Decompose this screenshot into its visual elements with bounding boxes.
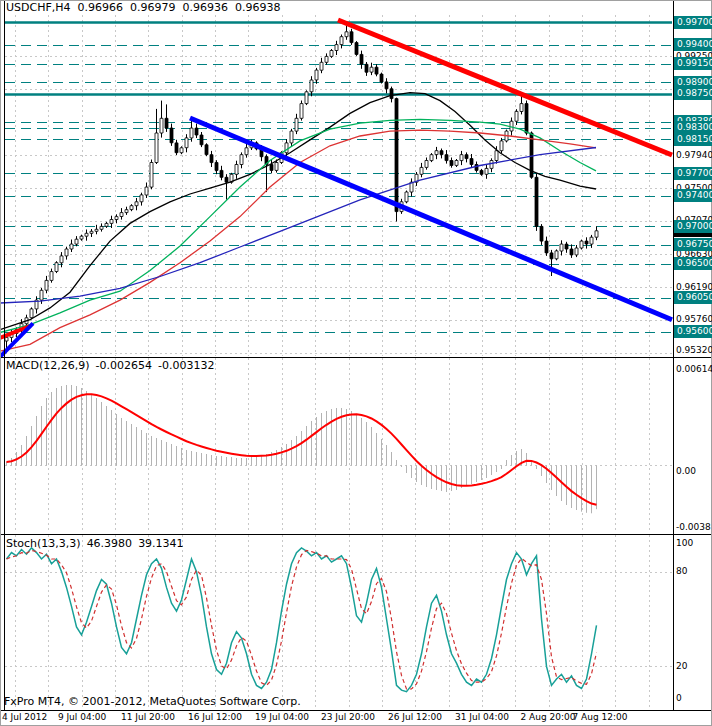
stoch-k-value: 46.3980 [87,537,133,550]
price-level-badge: 0.97400 [674,189,712,202]
time-axis-label: 26 Jul 12:00 [388,712,442,722]
candle-wicks [7,22,597,352]
symbol-period-label: USDCHF,H4 [6,1,71,14]
stoch-name: Stoch(13,3,3) [6,537,81,550]
price-level-badge: 0.97000 [674,220,712,233]
low-value: 0.96936 [183,1,229,14]
price-level-badge: 0.96750 [674,238,712,251]
time-axis-label: 4 Jul 2012 [2,712,47,722]
time-axis-label: 11 Jul 20:00 [121,712,175,722]
price-level-badge: 0.98150 [674,133,712,146]
time-axis-label: 31 Jul 04:00 [455,712,509,722]
stoch-k-line [7,548,597,692]
price-level-badge: 0.95600 [674,325,712,338]
price-level-badge: 0.99150 [674,57,712,70]
mt4-chart-window: USDCHF,H40.969660.969790.969360.96938 MA… [0,0,712,726]
price-level-badge: 0.96500 [674,257,712,270]
macd-axis-label: -0.0038 [676,521,712,534]
macd-signal-value: -0.003132 [158,359,214,372]
stoch-axis-label: 80 [676,565,712,578]
price-level-badge: 0.97700 [674,167,712,180]
price-level-badge: 0.98750 [674,87,712,100]
stoch-axis-label: 100 [676,537,712,550]
macd-indicator-label: MACD(12,26,9)-0.002654-0.003132 [6,359,220,372]
price-axis-label: 0.95320 [676,344,712,357]
time-axis-label: 7 Aug 12:00 [573,712,628,722]
bull-candles [5,32,598,341]
macd-main-value: -0.002654 [96,359,152,372]
close-value: 0.96938 [235,1,281,14]
macd-axis-label: 0.00 [676,465,712,478]
macd-histogram [7,385,597,513]
stoch-indicator-label: Stoch(13,3,3)46.398039.1341 [6,537,190,550]
platform-copyright: FxPro MT4, © 2001-2012, MetaQuotes Softw… [4,695,301,708]
time-axis-label: 19 Jul 04:00 [255,712,309,722]
price-level-badge: 0.99700 [674,16,712,29]
macd-axis-label: 0.00614 [676,363,712,376]
stoch-axis-label: 0 [676,692,712,705]
descending-trendline-blue[interactable] [190,118,672,320]
panel-borders [0,0,712,711]
ma-slow-blue [0,148,596,304]
stoch-d-value: 39.1341 [138,537,184,550]
chart-ohlc-title: USDCHF,H40.969660.969790.969360.96938 [6,1,288,14]
time-axis-label: 16 Jul 12:00 [188,712,242,722]
stoch-d-line [7,551,597,690]
price-level-badge: 0.99400 [674,38,712,51]
high-value: 0.96979 [130,1,176,14]
price-axis-label: 0.97940 [676,149,712,162]
stoch-axis-label: 20 [676,660,712,673]
time-axis-label: 23 Jul 20:00 [321,712,375,722]
price-level-badge: 0.96050 [674,291,712,304]
time-axis-label: 9 Jul 04:00 [58,712,106,722]
support-resistance-solid-levels[interactable] [5,23,672,95]
time-axis-label: 2 Aug 20:00 [521,712,576,722]
macd-name: MACD(12,26,9) [6,359,90,372]
open-value: 0.96966 [78,1,124,14]
